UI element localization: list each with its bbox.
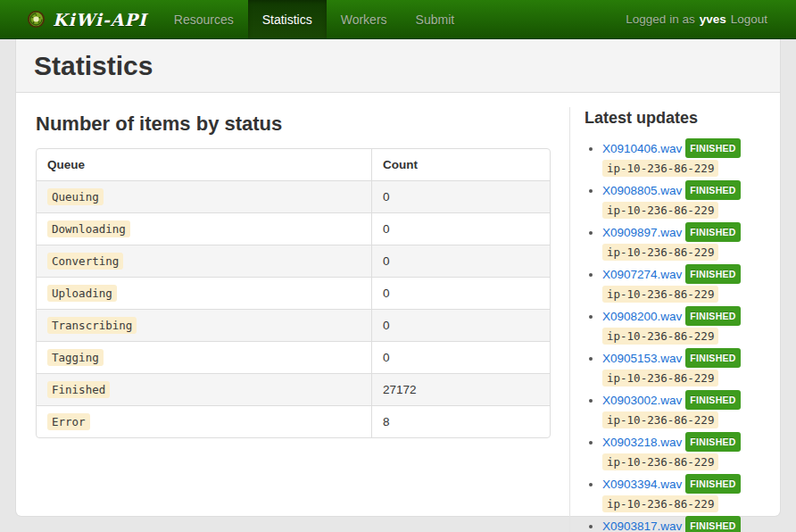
update-host: ip-10-236-86-229 [602, 202, 718, 219]
update-item: X0909897.wavFINISHED ip-10-236-86-229 [602, 222, 762, 261]
updates-list: X0910406.wavFINISHED ip-10-236-86-229 X0… [585, 138, 762, 532]
status-badge: FINISHED [685, 432, 740, 452]
brand-text: KiWi-API [53, 10, 147, 29]
update-file-link[interactable]: X0908200.wav [602, 310, 682, 323]
update-item: X0910406.wavFINISHED ip-10-236-86-229 [602, 138, 762, 177]
page-header: Statistics [16, 39, 780, 93]
update-file-link[interactable]: X0903394.wav [602, 478, 682, 491]
table-row: Error 8 [37, 405, 550, 437]
update-file-link[interactable]: X0903218.wav [602, 436, 682, 449]
table-row: Finished 27172 [37, 373, 550, 405]
update-host: ip-10-236-86-229 [602, 286, 718, 303]
update-host: ip-10-236-86-229 [602, 160, 718, 177]
status-badge: FINISHED [685, 222, 740, 242]
update-file-link[interactable]: X0903002.wav [602, 394, 682, 407]
table-row: Transcribing 0 [37, 309, 550, 341]
queue-count: 0 [371, 341, 550, 373]
table-row: Converting 0 [37, 245, 550, 277]
page-title: Statistics [34, 51, 762, 81]
status-badge: FINISHED [685, 180, 740, 200]
queue-name: Error [47, 413, 90, 430]
status-badge: FINISHED [685, 390, 740, 410]
update-item: X0903218.wavFINISHED ip-10-236-86-229 [602, 432, 762, 470]
nav-item-submit[interactable]: Submit [402, 0, 469, 38]
nav-item-statistics[interactable]: Statistics [248, 0, 327, 38]
update-host: ip-10-236-86-229 [602, 328, 718, 345]
update-item: X0903817.wavFINISHED ip-10-236-86-229 [602, 516, 762, 532]
update-host: ip-10-236-86-229 [602, 453, 718, 470]
table-row: Queuing 0 [37, 180, 550, 212]
status-table: Queue Count Queuing 0 Downloading 0 Conv… [36, 148, 551, 438]
table-row: Uploading 0 [37, 277, 550, 309]
status-section: Number of items by status Queue Count Qu… [34, 107, 555, 532]
queue-count: 27172 [371, 373, 550, 405]
queue-count: 0 [371, 277, 550, 309]
status-badge: FINISHED [685, 516, 740, 532]
queue-count: 0 [371, 212, 550, 245]
update-host: ip-10-236-86-229 [602, 411, 718, 428]
logged-in-label: Logged in as [626, 12, 694, 26]
update-file-link[interactable]: X0905153.wav [602, 352, 682, 365]
update-item: X0908805.wavFINISHED ip-10-236-86-229 [602, 180, 762, 219]
status-badge: FINISHED [685, 474, 740, 494]
sidebar-title: Latest updates [585, 109, 762, 128]
queue-name: Transcribing [47, 317, 137, 334]
section-title: Number of items by status [36, 112, 555, 136]
queue-count: 0 [371, 309, 550, 341]
column-header-count: Count [371, 149, 550, 180]
queue-name: Converting [47, 253, 123, 270]
column-header-queue: Queue [37, 149, 371, 180]
update-host: ip-10-236-86-229 [602, 495, 718, 512]
update-item: X0907274.wavFINISHED ip-10-236-86-229 [602, 264, 762, 303]
update-host: ip-10-236-86-229 [602, 370, 718, 387]
nav-item-resources[interactable]: Resources [160, 0, 248, 38]
logout-link[interactable]: Logout [731, 12, 767, 26]
session-info: Logged in as yves Logout [626, 0, 796, 38]
status-table-body: Queuing 0 Downloading 0 Converting 0 Upl… [37, 180, 550, 437]
status-badge: FINISHED [685, 264, 740, 284]
queue-name: Finished [47, 381, 110, 398]
update-file-link[interactable]: X0903817.wav [602, 520, 682, 532]
queue-name: Tagging [47, 349, 104, 366]
update-file-link[interactable]: X0910406.wav [602, 142, 682, 155]
queue-name: Queuing [47, 188, 104, 205]
navbar: KiWi-API Resources Statistics Workers Su… [0, 0, 796, 39]
update-item: X0905153.wavFINISHED ip-10-236-86-229 [602, 348, 762, 387]
update-host: ip-10-236-86-229 [602, 244, 718, 261]
table-row: Downloading 0 [37, 212, 550, 245]
nav-menu: Resources Statistics Workers Submit [160, 0, 468, 38]
status-badge: FINISHED [685, 348, 740, 368]
queue-count: 8 [371, 405, 550, 437]
queue-name: Uploading [47, 285, 117, 302]
nav-item-workers[interactable]: Workers [327, 0, 402, 38]
status-badge: FINISHED [685, 306, 740, 326]
main-container: Statistics Number of items by status Que… [16, 39, 780, 516]
brand-link[interactable]: KiWi-API [0, 0, 160, 38]
update-item: X0908200.wavFINISHED ip-10-236-86-229 [602, 306, 762, 345]
status-badge: FINISHED [685, 138, 740, 158]
update-file-link[interactable]: X0909897.wav [602, 226, 682, 239]
update-item: X0903394.wavFINISHED ip-10-236-86-229 [602, 474, 762, 512]
update-item: X0903002.wavFINISHED ip-10-236-86-229 [602, 390, 762, 428]
queue-count: 0 [371, 180, 550, 212]
queue-count: 0 [371, 245, 550, 277]
latest-updates-panel: Latest updates X0910406.wavFINISHED ip-1… [569, 107, 762, 532]
update-file-link[interactable]: X0908805.wav [602, 184, 682, 197]
username: yves [700, 12, 726, 26]
queue-name: Downloading [47, 220, 130, 237]
update-file-link[interactable]: X0907274.wav [602, 268, 682, 281]
kiwi-logo-icon [27, 10, 46, 29]
table-row: Tagging 0 [37, 341, 550, 373]
